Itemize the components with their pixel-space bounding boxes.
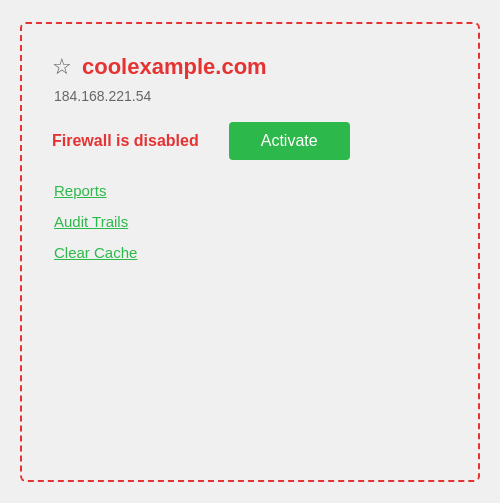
header-row: ☆ coolexample.com xyxy=(52,54,448,80)
star-icon: ☆ xyxy=(52,56,72,78)
activate-button[interactable]: Activate xyxy=(229,122,350,160)
firewall-status: Firewall is disabled xyxy=(52,132,199,150)
main-card: ☆ coolexample.com 184.168.221.54 Firewal… xyxy=(20,22,480,482)
domain-label: coolexample.com xyxy=(82,54,267,80)
ip-address: 184.168.221.54 xyxy=(52,88,448,104)
reports-link[interactable]: Reports xyxy=(54,182,448,199)
firewall-row: Firewall is disabled Activate xyxy=(52,122,448,160)
links-list: Reports Audit Trails Clear Cache xyxy=(52,182,448,261)
clear-cache-link[interactable]: Clear Cache xyxy=(54,244,448,261)
audit-trails-link[interactable]: Audit Trails xyxy=(54,213,448,230)
